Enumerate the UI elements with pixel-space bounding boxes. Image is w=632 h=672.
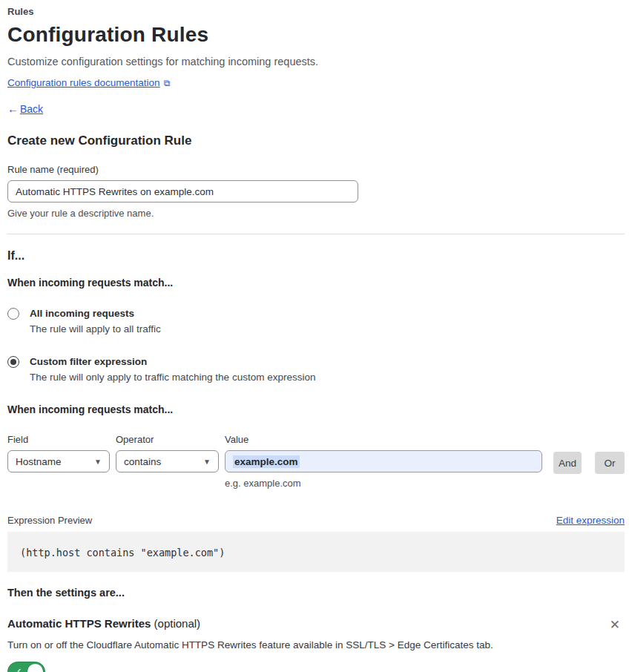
if-heading: If...: [7, 249, 625, 263]
value-label: Value: [225, 434, 542, 445]
rule-name-label: Rule name (required): [7, 164, 625, 175]
setting-title-name: Automatic HTTPS Rewrites: [7, 617, 151, 630]
radio-custom-filter-expression[interactable]: Custom filter expression The rule will o…: [7, 355, 625, 383]
value-input[interactable]: example.com: [225, 450, 542, 472]
value-input-text: example.com: [233, 455, 300, 468]
rule-name-input[interactable]: Automatic HTTPS Rewrites on example.com: [7, 180, 358, 202]
radio-label: Custom filter expression: [30, 355, 315, 368]
then-heading: Then the settings are...: [7, 587, 625, 599]
configuration-rules-page: Rules Configuration Rules Customize conf…: [0, 0, 632, 672]
documentation-link[interactable]: Configuration rules documentation: [7, 77, 160, 88]
operator-select[interactable]: contains ▼: [116, 450, 219, 472]
close-icon[interactable]: ✕: [610, 619, 620, 631]
value-help: e.g. example.com: [225, 478, 542, 489]
radio-description: The rule will only apply to traffic matc…: [30, 371, 315, 383]
radio-label: All incoming requests: [30, 307, 161, 320]
section-divider: [7, 234, 625, 234]
edit-expression-link[interactable]: Edit expression: [556, 515, 625, 526]
expression-preview-label: Expression Preview: [7, 515, 92, 526]
chevron-down-icon: ▼: [94, 458, 102, 466]
check-icon: ✓: [14, 666, 22, 672]
builder-heading: When incoming requests match...: [7, 403, 625, 415]
radio-all-incoming-requests[interactable]: All incoming requests The rule will appl…: [7, 307, 625, 335]
chevron-down-icon: ▼: [203, 458, 211, 466]
match-type-heading: When incoming requests match...: [7, 277, 625, 289]
page-title: Configuration Rules: [7, 22, 625, 47]
radio-description: The rule will apply to all traffic: [30, 323, 161, 335]
field-select-value: Hostname: [16, 456, 62, 467]
or-button[interactable]: Or: [595, 452, 625, 474]
page-subtitle: Customize configuration settings for mat…: [7, 56, 625, 67]
operator-select-value: contains: [124, 456, 161, 467]
field-select[interactable]: Hostname ▼: [7, 450, 110, 472]
setting-title: Automatic HTTPS Rewrites (optional): [7, 617, 200, 630]
operator-label: Operator: [116, 434, 219, 445]
breadcrumb: Rules: [7, 6, 625, 17]
create-rule-heading: Create new Configuration Rule: [7, 134, 625, 148]
rule-name-value: Automatic HTTPS Rewrites on example.com: [16, 186, 214, 197]
radio-button-selected-icon[interactable]: [7, 356, 19, 368]
back-link[interactable]: Back: [20, 103, 43, 115]
and-button[interactable]: And: [553, 452, 582, 474]
field-label: Field: [7, 434, 110, 445]
back-link-row[interactable]: ← Back: [7, 102, 625, 115]
expression-preview-code: (http.host contains "example.com"): [7, 532, 625, 572]
setting-description: Turn on or off the Cloudflare Automatic …: [7, 639, 625, 650]
automatic-https-rewrites-toggle[interactable]: ✓: [7, 662, 45, 672]
toggle-knob[interactable]: [27, 664, 43, 672]
rule-name-help: Give your rule a descriptive name.: [7, 208, 625, 219]
back-arrow-icon: ←: [7, 102, 19, 115]
external-link-icon: ⧉: [164, 78, 171, 88]
radio-button-unselected-icon[interactable]: [7, 308, 19, 320]
setting-optional-tag: (optional): [151, 617, 200, 630]
expression-builder-row: Field Hostname ▼ Operator contains ▼ Val…: [7, 434, 625, 489]
